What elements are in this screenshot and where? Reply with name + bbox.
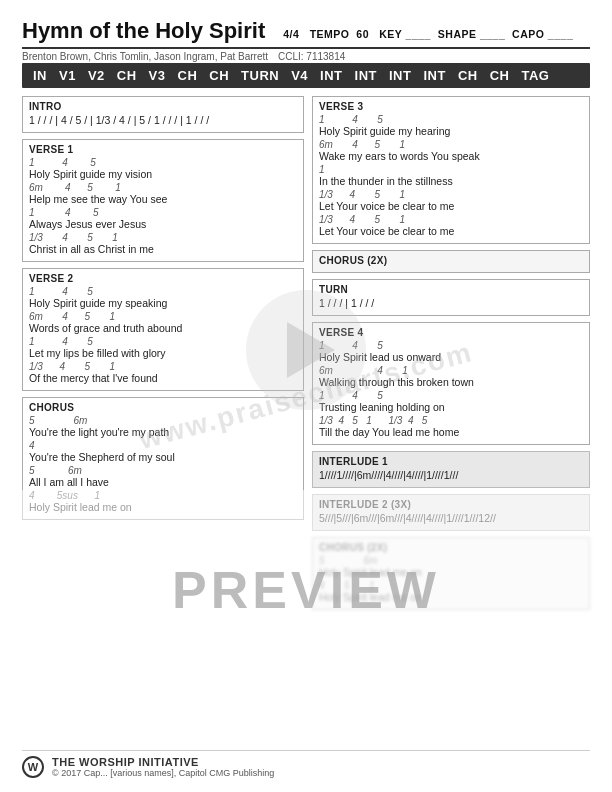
nav-V1[interactable]: V1 xyxy=(54,66,81,85)
v4-chord3: 1 4 5 xyxy=(319,390,583,401)
nav-CH2[interactable]: CH xyxy=(173,66,203,85)
v1-chord1: 1 4 5 xyxy=(29,157,297,168)
ch-chord3: 5 6m xyxy=(29,465,297,476)
intro-line: 1 / / / | 4 / 5 / | 1/3 / 4 / | 5 / 1 / … xyxy=(29,114,297,126)
v2-chord3: 1 4 5 xyxy=(29,336,297,347)
tempo-info: 4/4 TEMPO 60 KEY ____ SHAPE ____ CAPO __… xyxy=(283,28,573,40)
chorus2x-box: CHORUS (2X) xyxy=(312,250,590,273)
chorus-label: CHORUS xyxy=(29,402,297,413)
v1-chord3: 1 4 5 xyxy=(29,207,297,218)
v4-chord4: 1/3 4 5 1 1/3 4 5 xyxy=(319,415,583,426)
v1-lyric2: Help me see the way You see xyxy=(29,193,297,205)
nav-V3[interactable]: V3 xyxy=(144,66,171,85)
v4-lyric1: Holy Spirit lead us onward xyxy=(319,351,583,363)
chorus2x-bottom-box: CHORUS (2X) 5 6m Holy Spirit lead me on … xyxy=(312,537,590,610)
v3-chord5: 1/3 4 5 1 xyxy=(319,214,583,225)
chorus2x-label: CHORUS (2X) xyxy=(319,255,583,266)
v4-chord2: 6m 4 1 xyxy=(319,365,583,376)
interlude2-box: INTERLUDE 2 (3X) 5///|5///|6m///|6m///|4… xyxy=(312,494,590,531)
nav-IN[interactable]: IN xyxy=(28,66,52,85)
verse3-label: VERSE 3 xyxy=(319,101,583,112)
intro-label: INTRO xyxy=(29,101,297,112)
title-row: Hymn of the Holy Spirit 4/4 TEMPO 60 KEY… xyxy=(22,18,590,44)
ch-lyric4: Holy Spirit lead me on xyxy=(29,501,297,513)
v2-chord1: 1 4 5 xyxy=(29,286,297,297)
v3-lyric1: Holy Spirit guide my hearing xyxy=(319,125,583,137)
v1-lyric3: Always Jesus ever Jesus xyxy=(29,218,297,230)
v3-chord4: 1/3 4 5 1 xyxy=(319,189,583,200)
v2-lyric2: Words of grace and truth abound xyxy=(29,322,297,334)
verse1-label: VERSE 1 xyxy=(29,144,297,155)
v4-lyric4: Till the day You lead me home xyxy=(319,426,583,438)
ch-b-chord2: 4 5 1 xyxy=(319,580,583,591)
title-divider xyxy=(22,47,590,49)
nav-bar: IN V1 V2 CH V3 CH CH TURN V4 INT INT INT… xyxy=(22,63,590,88)
nav-TURN[interactable]: TURN xyxy=(236,66,284,85)
interlude2-line: 5///|5///|6m///|6m///|4////|4////|1////1… xyxy=(319,512,583,524)
ch-b-chord1: 5 6m xyxy=(319,555,583,566)
verse2-box: VERSE 2 1 4 5 Holy Spirit guide my speak… xyxy=(22,268,304,391)
nav-CH1[interactable]: CH xyxy=(112,66,142,85)
meta-row: Brenton Brown, Chris Tomlin, Jason Ingra… xyxy=(22,51,590,62)
nav-V4[interactable]: V4 xyxy=(286,66,313,85)
v1-chord4: 1/3 4 5 1 xyxy=(29,232,297,243)
verse1-box: VERSE 1 1 4 5 Holy Spirit guide my visio… xyxy=(22,139,304,262)
v1-lyric1: Holy Spirit guide my vision xyxy=(29,168,297,180)
ch-b-lyric2: Holy Spirit lead me on xyxy=(319,591,583,603)
v2-lyric4: Of the mercy that I've found xyxy=(29,372,297,384)
footer: W THE WORSHIP INITIATIVE © 2017 Cap... [… xyxy=(22,750,590,778)
v4-chord1: 1 4 5 xyxy=(319,340,583,351)
v2-chord4: 1/3 4 5 1 xyxy=(29,361,297,372)
turn-line: 1 / / / | 1 / / / xyxy=(319,297,583,309)
nav-CH5[interactable]: CH xyxy=(485,66,515,85)
v2-chord2: 6m 4 5 1 xyxy=(29,311,297,322)
interlude2-label: INTERLUDE 2 (3X) xyxy=(319,499,583,510)
footer-info: THE WORSHIP INITIATIVE © 2017 Cap... [va… xyxy=(52,756,274,778)
v3-lyric5: Let Your voice be clear to me xyxy=(319,225,583,237)
main-columns: INTRO 1 / / / | 4 / 5 / | 1/3 / 4 / | 5 … xyxy=(22,96,590,616)
verse4-label: VERSE 4 xyxy=(319,327,583,338)
v2-lyric3: Let my lips be filled with glory xyxy=(29,347,297,359)
interlude1-line: 1////1////|6m////|4////|4////|1////1/// xyxy=(319,469,583,481)
verse2-label: VERSE 2 xyxy=(29,273,297,284)
page: Hymn of the Holy Spirit 4/4 TEMPO 60 KEY… xyxy=(0,0,612,792)
footer-logo: W xyxy=(22,756,44,778)
interlude1-label: INTERLUDE 1 xyxy=(319,456,583,467)
right-column: VERSE 3 1 4 5 Holy Spirit guide my heari… xyxy=(312,96,590,616)
verse3-box: VERSE 3 1 4 5 Holy Spirit guide my heari… xyxy=(312,96,590,244)
authors: Brenton Brown, Chris Tomlin, Jason Ingra… xyxy=(22,51,268,62)
v3-chord3: 1 xyxy=(319,164,583,175)
nav-CH3[interactable]: CH xyxy=(204,66,234,85)
verse4-box: VERSE 4 1 4 5 Holy Spirit lead us onward… xyxy=(312,322,590,445)
nav-CH4[interactable]: CH xyxy=(453,66,483,85)
v3-lyric4: Let Your voice be clear to me xyxy=(319,200,583,212)
v3-chord2: 6m 4 5 1 xyxy=(319,139,583,150)
ch-chord4: 4 5sus 1 xyxy=(29,490,297,501)
song-title: Hymn of the Holy Spirit xyxy=(22,18,265,44)
intro-box: INTRO 1 / / / | 4 / 5 / | 1/3 / 4 / | 5 … xyxy=(22,96,304,133)
ch-lyric3: All I am all I have xyxy=(29,476,297,488)
left-column: INTRO 1 / / / | 4 / 5 / | 1/3 / 4 / | 5 … xyxy=(22,96,304,616)
nav-INT1[interactable]: INT xyxy=(315,66,347,85)
nav-INT4[interactable]: INT xyxy=(418,66,450,85)
turn-box: TURN 1 / / / | 1 / / / xyxy=(312,279,590,316)
v3-lyric3: In the thunder in the stillness xyxy=(319,175,583,187)
footer-brand: THE WORSHIP INITIATIVE xyxy=(52,756,274,768)
v2-lyric1: Holy Spirit guide my speaking xyxy=(29,297,297,309)
nav-INT3[interactable]: INT xyxy=(384,66,416,85)
v1-chord2: 6m 4 5 1 xyxy=(29,182,297,193)
ch-lyric1: You're the light you're my path xyxy=(29,426,297,438)
ch-b-lyric1: Holy Spirit lead me on xyxy=(319,566,583,578)
chorus2x-bottom-label: CHORUS (2X) xyxy=(319,542,583,553)
nav-TAG[interactable]: TAG xyxy=(516,66,554,85)
ch-lyric2: You're the Shepherd of my soul xyxy=(29,451,297,463)
ch-chord2: 4 xyxy=(29,440,297,451)
turn-label: TURN xyxy=(319,284,583,295)
nav-INT2[interactable]: INT xyxy=(350,66,382,85)
v3-chord1: 1 4 5 xyxy=(319,114,583,125)
nav-V2[interactable]: V2 xyxy=(83,66,110,85)
v4-lyric2: Walking through this broken town xyxy=(319,376,583,388)
ccli: CCLI: 7113814 xyxy=(278,51,345,62)
v1-lyric4: Christ in all as Christ in me xyxy=(29,243,297,255)
chorus-box: CHORUS 5 6m You're the light you're my p… xyxy=(22,397,304,520)
